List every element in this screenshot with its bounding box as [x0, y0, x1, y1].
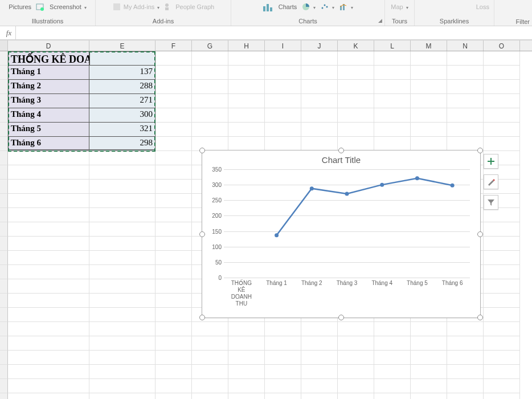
cell[interactable] [484, 80, 520, 94]
cell[interactable] [374, 336, 411, 351]
cell[interactable] [484, 123, 520, 137]
cell[interactable] [374, 108, 411, 123]
cell[interactable] [301, 137, 338, 151]
cell[interactable] [8, 279, 89, 294]
cell[interactable] [411, 123, 447, 137]
cell[interactable] [228, 94, 265, 108]
cell[interactable] [484, 108, 520, 123]
cell[interactable] [192, 51, 228, 66]
cell[interactable] [89, 180, 155, 194]
cell[interactable] [301, 379, 338, 393]
chart-elements-button[interactable] [484, 154, 498, 169]
cell[interactable] [374, 351, 411, 365]
cell[interactable] [228, 336, 265, 351]
cell[interactable] [155, 165, 192, 180]
cell[interactable] [447, 94, 484, 108]
cell[interactable] [265, 365, 301, 379]
cell[interactable] [447, 108, 484, 123]
cell[interactable] [8, 379, 89, 393]
cell[interactable] [338, 393, 374, 399]
cell[interactable]: Tháng 6 [8, 137, 89, 151]
cell[interactable] [8, 365, 89, 379]
cell[interactable] [374, 66, 411, 80]
cell[interactable] [447, 393, 484, 399]
cell[interactable]: Tháng 2 [8, 80, 89, 94]
online-pictures-icon[interactable] [36, 2, 45, 11]
cell[interactable] [192, 108, 228, 123]
cell[interactable] [484, 365, 520, 379]
cell[interactable] [374, 365, 411, 379]
cell[interactable] [301, 336, 338, 351]
cell[interactable] [155, 94, 192, 108]
cell[interactable]: Tháng 4 [8, 108, 89, 123]
cell[interactable] [8, 222, 89, 237]
cell[interactable] [301, 51, 338, 66]
cell[interactable] [447, 322, 484, 336]
cell[interactable] [155, 237, 192, 251]
cell[interactable] [89, 279, 155, 294]
cell[interactable] [265, 123, 301, 137]
cell[interactable] [192, 351, 228, 365]
cell[interactable] [484, 294, 520, 308]
cell[interactable] [447, 365, 484, 379]
cell[interactable] [411, 51, 447, 66]
cell[interactable] [228, 51, 265, 66]
cell[interactable] [301, 123, 338, 137]
cell[interactable]: 271 [89, 94, 155, 108]
cell[interactable] [411, 336, 447, 351]
cell[interactable] [411, 322, 447, 336]
cell[interactable] [374, 123, 411, 137]
cell[interactable] [484, 251, 520, 265]
cell[interactable] [301, 393, 338, 399]
cell[interactable] [8, 308, 89, 322]
cell[interactable] [89, 251, 155, 265]
cell[interactable] [301, 351, 338, 365]
cell[interactable] [338, 365, 374, 379]
col-header[interactable]: M [411, 40, 447, 51]
my-addins-button[interactable]: My Add-ins [112, 2, 159, 11]
cell[interactable] [484, 208, 520, 222]
cell[interactable] [192, 336, 228, 351]
cell[interactable] [8, 151, 89, 165]
cell[interactable] [192, 379, 228, 393]
cell[interactable] [8, 322, 89, 336]
cell[interactable] [155, 180, 192, 194]
cell[interactable] [228, 108, 265, 123]
cell[interactable]: Tháng 5 [8, 123, 89, 137]
cell[interactable] [374, 51, 411, 66]
cell[interactable] [301, 108, 338, 123]
cell[interactable] [374, 379, 411, 393]
cell[interactable] [265, 336, 301, 351]
cell[interactable] [89, 237, 155, 251]
map-button[interactable]: Map [391, 3, 408, 10]
cell[interactable] [192, 80, 228, 94]
cell[interactable] [484, 66, 520, 80]
col-header[interactable]: O [484, 40, 520, 51]
cell[interactable] [155, 251, 192, 265]
cell[interactable] [155, 365, 192, 379]
cell[interactable] [411, 351, 447, 365]
loss-sparkline-button[interactable]: Loss [476, 3, 489, 10]
cell[interactable] [447, 336, 484, 351]
cell[interactable] [374, 322, 411, 336]
col-header[interactable]: I [265, 40, 301, 51]
cell[interactable] [228, 351, 265, 365]
cell[interactable] [155, 123, 192, 137]
cell[interactable] [484, 137, 520, 151]
cell[interactable] [228, 365, 265, 379]
cell[interactable] [265, 108, 301, 123]
chart-plot-area[interactable]: 050100150200250300350 [224, 169, 470, 278]
cell[interactable] [447, 66, 484, 80]
col-header[interactable]: L [374, 40, 411, 51]
cell[interactable] [192, 365, 228, 379]
cell[interactable]: 137 [89, 66, 155, 80]
cell[interactable] [89, 294, 155, 308]
cell[interactable] [89, 208, 155, 222]
cell[interactable] [8, 237, 89, 251]
cell[interactable] [228, 393, 265, 399]
cell[interactable] [8, 265, 89, 279]
cell[interactable] [338, 66, 374, 80]
cell[interactable] [8, 251, 89, 265]
cell[interactable] [411, 94, 447, 108]
cell[interactable] [155, 322, 192, 336]
